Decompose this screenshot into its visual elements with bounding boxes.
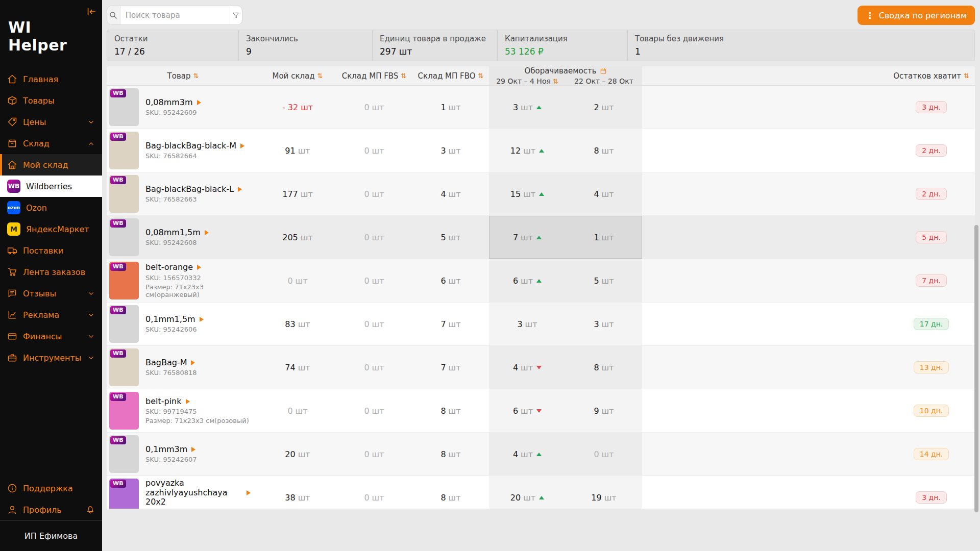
stat-label: Остатки (114, 34, 231, 43)
product-thumbnail[interactable]: WB (109, 218, 139, 256)
expand-arrow-icon[interactable] (197, 265, 201, 270)
product-thumbnail[interactable]: WB (109, 305, 139, 343)
col-header-days-left[interactable]: Остатков хватит⇅ (888, 66, 975, 85)
product-cell: WB Bag-blackBag-black-M SKU: 76582664 (107, 129, 259, 172)
trend-icon (536, 106, 542, 109)
product-thumbnail[interactable]: WB (109, 132, 139, 169)
table-row[interactable]: WB 0,08mm3m SKU: 95242609 - 32шт (107, 86, 975, 129)
table-row[interactable]: WB belt-pink SKU: 99719475 Размер: 71x23… (107, 389, 975, 433)
row-spacer (642, 433, 888, 475)
product-thumbnail[interactable]: WB (109, 479, 139, 509)
table-row[interactable]: WB 0,08mm1,5m SKU: 95242608 205шт (107, 216, 975, 259)
turnover-cells: 6шт 5шт (489, 259, 642, 302)
yandex-market-logo: М (7, 222, 20, 236)
sidebar-item-profile[interactable]: Профиль (0, 499, 102, 520)
sort-icon[interactable]: ⇅ (553, 78, 558, 85)
sidebar-item-finance[interactable]: Финансы (0, 325, 102, 347)
week2-qty: 8шт (566, 346, 642, 389)
product-thumbnail[interactable]: WB (109, 435, 139, 473)
sidebar-item-yandex-market[interactable]: М ЯндексМаркет (0, 218, 102, 240)
fbs-qty: 0шт (336, 389, 412, 432)
expand-arrow-icon[interactable] (191, 447, 195, 452)
trend-icon (536, 453, 542, 456)
sidebar-item-products[interactable]: Товары (0, 90, 102, 111)
table-row[interactable]: WB Bag-blackBag-black-L SKU: 76582663 (107, 172, 975, 216)
table-row[interactable]: WB 0,1mm3m SKU: 95242607 20шт (107, 433, 975, 476)
table-row[interactable]: WB BagBag-M SKU: 76580818 74шт (107, 346, 975, 389)
tag-icon (7, 117, 17, 127)
week2-qty: 3шт (566, 303, 642, 345)
sidebar-item-orders-feed[interactable]: Лента заказов (0, 261, 102, 283)
sidebar-collapse-icon[interactable] (86, 6, 97, 17)
filter-funnel-icon[interactable] (230, 6, 242, 24)
expand-arrow-icon[interactable] (200, 317, 204, 322)
days-left-badge: 2 дн. (916, 144, 947, 157)
expand-arrow-icon[interactable] (191, 360, 195, 365)
product-thumbnail[interactable]: WB (109, 392, 139, 430)
table-row[interactable]: WB povyazka zazhivlyayushchaya 20x2 SKU:… (107, 476, 975, 509)
week1-qty: 3шт (489, 86, 566, 129)
sidebar-item-label: Главная (23, 74, 58, 84)
product-name: 0,1mm1,5m (145, 315, 195, 324)
trend-icon (539, 192, 544, 196)
product-thumbnail[interactable]: WB (109, 175, 139, 213)
fbs-qty: 0шт (336, 172, 412, 215)
col-header-week1[interactable]: 29 Окт – 4 Ноя⇅ (489, 77, 566, 85)
sort-icon[interactable]: ⇅ (401, 72, 406, 80)
sidebar-item-ozon[interactable]: ozon Ozon (0, 197, 102, 218)
col-header-product[interactable]: Товар⇅ (107, 66, 259, 85)
topbar: ⋮ Сводка по регионам (107, 0, 975, 27)
calendar-icon[interactable] (600, 67, 607, 74)
table-row[interactable]: WB 0,1mm1,5m SKU: 95242606 83шт (107, 303, 975, 346)
product-thumbnail[interactable]: WB (109, 88, 139, 126)
expand-arrow-icon[interactable] (238, 187, 242, 192)
sort-icon[interactable]: ⇅ (193, 72, 199, 80)
expand-arrow-icon[interactable] (205, 230, 209, 235)
expand-arrow-icon[interactable] (247, 490, 251, 495)
col-header-my-warehouse[interactable]: Мой склад⇅ (259, 66, 336, 85)
table-body: WB 0,08mm3m SKU: 95242609 - 32шт (107, 86, 975, 509)
region-summary-button[interactable]: ⋮ Сводка по регионам (857, 6, 975, 25)
sort-icon[interactable]: ⇅ (964, 72, 969, 80)
sidebar-item-ads[interactable]: Реклама (0, 304, 102, 325)
stat-value: 1 (635, 46, 724, 57)
days-left-badge: 5 дн. (916, 231, 947, 243)
sidebar-item-support[interactable]: Поддержка (0, 478, 102, 499)
sidebar-item-label: ЯндексМаркет (26, 224, 89, 234)
main-content: ⋮ Сводка по регионам Остатки 17 / 26 Зак… (102, 0, 980, 551)
sort-icon[interactable]: ⇅ (317, 72, 323, 80)
sidebar-item-home[interactable]: Главная (0, 68, 102, 90)
sidebar-item-tools[interactable]: Инструменты (0, 347, 102, 368)
product-name: 0,08mm3m (145, 98, 193, 107)
sidebar-item-reviews[interactable]: Отзывы (0, 283, 102, 304)
sidebar-item-warehouse[interactable]: Склад (0, 133, 102, 154)
week2-qty: 8шт (566, 129, 642, 172)
days-left-badge: 3 дн. (916, 101, 947, 113)
product-cell: WB belt-pink SKU: 99719475 Размер: 71x23… (107, 389, 259, 432)
sidebar-item-prices[interactable]: Цены (0, 111, 102, 133)
wb-badge: WB (110, 219, 126, 228)
col-header-fbo[interactable]: Склад МП FBO⇅ (412, 66, 489, 85)
expand-arrow-icon[interactable] (240, 143, 244, 148)
table-row[interactable]: WB belt-orange SKU: 156570332 Размер: 71… (107, 259, 975, 303)
days-left-badge: 17 дн. (914, 318, 949, 330)
sidebar-item-wildberries[interactable]: WB Wildberries (0, 176, 102, 197)
scrollbar-thumb[interactable] (974, 225, 978, 512)
search-input[interactable] (120, 11, 230, 20)
expand-arrow-icon[interactable] (197, 100, 201, 105)
bell-icon[interactable] (86, 505, 95, 514)
sort-icon[interactable]: ⇅ (478, 72, 484, 80)
week1-qty: 3шт (489, 303, 566, 345)
col-header-fbs[interactable]: Склад МП FBS⇅ (336, 66, 412, 85)
sidebar-item-supplies[interactable]: Поставки (0, 240, 102, 261)
product-sku: SKU: 76582664 (145, 152, 244, 160)
sidebar-item-my-warehouse[interactable]: Мой склад (0, 154, 102, 176)
fbs-qty: 0шт (336, 216, 412, 259)
expand-arrow-icon[interactable] (186, 399, 190, 404)
product-sku: SKU: 99719475 (145, 408, 249, 415)
product-thumbnail[interactable]: WB (109, 262, 139, 299)
table-row[interactable]: WB Bag-blackBag-black-M SKU: 76582664 (107, 129, 975, 172)
col-header-week2[interactable]: 22 Окт – 28 Окт (566, 77, 642, 85)
stat-block: Капитализация 53 126 ₽ (497, 30, 627, 61)
product-thumbnail[interactable]: WB (109, 348, 139, 386)
